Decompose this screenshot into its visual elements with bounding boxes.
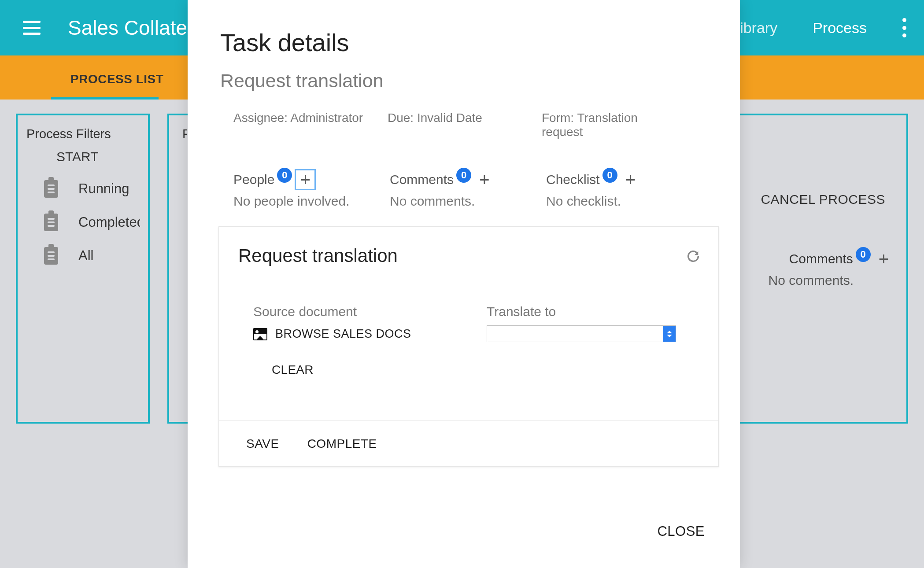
people-section: People 0 + No people involved. (233, 169, 390, 209)
due-value: Invalid Date (417, 111, 482, 125)
translate-to-label: Translate to (487, 304, 694, 319)
checklist-label: Checklist (546, 172, 600, 187)
detail-no-comments: No comments. (769, 273, 854, 288)
modal-title: Task details (188, 0, 740, 57)
translate-to-field: Translate to (487, 304, 694, 377)
form-label: Form: (542, 111, 574, 125)
filters-sub: START (18, 141, 148, 164)
modal-meta-row: Assignee: Administrator Due: Invalid Dat… (188, 92, 740, 139)
tab-underline (51, 97, 159, 100)
save-button[interactable]: SAVE (246, 437, 279, 451)
filters-title: Process Filters (18, 115, 148, 141)
add-checklist-button[interactable]: + (620, 169, 641, 190)
filter-completed-label: Completed (78, 214, 140, 230)
cancel-process-button[interactable]: CANCEL PROCESS (761, 192, 885, 207)
close-button[interactable]: CLOSE (654, 523, 707, 540)
assignee-label: Assignee: (233, 111, 288, 125)
browse-sales-docs-button[interactable]: BROWSE SALES DOCS (253, 319, 460, 341)
people-label: People (233, 172, 274, 187)
tab-process-list[interactable]: PROCESS LIST (70, 72, 163, 86)
checklist-count: 0 (602, 168, 617, 183)
reload-icon[interactable] (686, 249, 701, 264)
detail-comments-add-icon[interactable]: + (879, 250, 889, 268)
form-card: Request translation Source document BROW… (218, 226, 719, 467)
modal-subtitle: Request translation (188, 57, 740, 92)
clear-button[interactable]: CLEAR (253, 341, 460, 377)
image-icon (253, 328, 267, 340)
kebab-icon[interactable] (902, 18, 906, 37)
comments-count: 0 (456, 168, 471, 183)
checklist-empty: No checklist. (546, 190, 702, 209)
nav-process[interactable]: Process (813, 19, 867, 37)
due-label: Due: (388, 111, 414, 125)
clipboard-icon (44, 247, 58, 265)
browse-label: BROWSE SALES DOCS (275, 327, 411, 341)
comments-section: Comments 0 + No comments. (390, 169, 546, 209)
select-stepper-icon (663, 326, 676, 342)
source-document-label: Source document (253, 304, 460, 319)
filter-all[interactable]: All (18, 231, 148, 265)
topbar-right: Library Process (732, 0, 906, 55)
add-comment-button[interactable]: + (474, 169, 495, 190)
clipboard-icon (44, 214, 58, 231)
filter-completed[interactable]: Completed (18, 198, 148, 231)
menu-icon[interactable] (23, 21, 41, 35)
form-card-title: Request translation (219, 227, 718, 266)
people-count: 0 (277, 168, 292, 183)
comments-empty: No comments. (390, 190, 546, 209)
task-details-modal: Task details Request translation Assigne… (188, 0, 740, 568)
detail-comments-header: Comments 0 + (789, 250, 889, 268)
clipboard-icon (44, 180, 58, 198)
assignee-value: Administrator (290, 111, 363, 125)
translate-to-select[interactable] (487, 325, 676, 342)
form-footer: SAVE COMPLETE (219, 420, 718, 466)
process-list-title: Processes (169, 115, 187, 141)
left-filter-card: Process Filters START Running Completed … (16, 114, 150, 424)
modal-sections: People 0 + No people involved. Comments … (188, 139, 740, 209)
comments-label: Comments (390, 172, 454, 187)
detail-comments-count: 0 (856, 247, 871, 262)
source-document-field: Source document BROWSE SALES DOCS CLEAR (253, 304, 460, 377)
filter-running-label: Running (78, 181, 140, 197)
people-empty: No people involved. (233, 190, 390, 209)
checklist-section: Checklist 0 + No checklist. (546, 169, 702, 209)
detail-comments-label: Comments (789, 251, 853, 266)
complete-button[interactable]: COMPLETE (307, 437, 377, 451)
filter-all-label: All (78, 248, 93, 264)
add-people-button[interactable]: + (295, 169, 316, 190)
filter-running[interactable]: Running (18, 164, 148, 198)
